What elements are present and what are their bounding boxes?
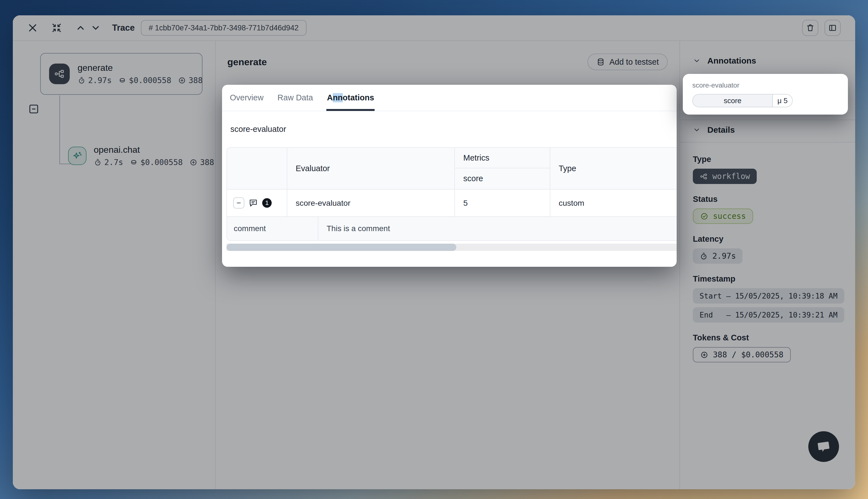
stopwatch-icon bbox=[77, 76, 86, 84]
comment-value: This is a comment bbox=[318, 217, 677, 240]
span-node-openai-chat[interactable]: openai.chat 2.7s $0.000558 388 bbox=[68, 145, 214, 167]
header-cell-evaluator: Evaluator bbox=[287, 148, 455, 189]
status-label: Status bbox=[693, 195, 842, 204]
metric-score-control[interactable]: score μ 5 bbox=[692, 94, 793, 107]
tokens-cost-label: Tokens & Cost bbox=[693, 333, 842, 342]
table-row: 1 score-evaluator 5 custom bbox=[227, 190, 677, 216]
end-timestamp-badge: End – 15/05/2025, 10:39:21 AM bbox=[693, 307, 844, 322]
span-title: generate bbox=[227, 57, 267, 68]
workflow-icon bbox=[700, 172, 708, 181]
database-icon bbox=[596, 58, 605, 66]
chat-support-button[interactable] bbox=[808, 431, 839, 462]
annotations-tab-content: score-evaluator Evaluator Metrics score … bbox=[222, 125, 677, 251]
span-name: generate bbox=[77, 63, 203, 73]
cell-type: custom bbox=[550, 190, 677, 216]
annotation-evaluator-label: score-evaluator bbox=[692, 82, 839, 89]
collapse-node-icon[interactable] bbox=[28, 103, 40, 115]
latency-stat: 2.7s bbox=[94, 158, 123, 167]
tokens-cost-badge: 388 / $0.000558 bbox=[693, 347, 791, 362]
comment-count-badge: 1 bbox=[262, 198, 272, 208]
span-tree-sidebar: generate 2.97s $0.000558 388 bbox=[13, 41, 216, 489]
header-cell-type: Type bbox=[550, 148, 677, 189]
plus-circle-icon bbox=[178, 76, 186, 84]
main-header: generate Add to testset bbox=[216, 41, 679, 83]
span-detail-card: Overview Raw Data Annotations score-eval… bbox=[222, 85, 677, 267]
delete-trace-button[interactable] bbox=[802, 20, 818, 36]
panel-layout-icon bbox=[828, 23, 837, 32]
evaluator-table: Evaluator Metrics score Type bbox=[227, 147, 677, 241]
annotation-card: score-evaluator score μ 5 bbox=[683, 74, 848, 114]
tab-raw-data[interactable]: Raw Data bbox=[277, 85, 314, 111]
nav-down-icon[interactable] bbox=[91, 23, 101, 33]
tokens-stat: 388 bbox=[178, 76, 203, 85]
add-to-testset-button[interactable]: Add to testset bbox=[587, 53, 668, 70]
header-cell-empty bbox=[227, 148, 287, 189]
tab-bar: Overview Raw Data Annotations bbox=[222, 85, 677, 111]
evaluator-section-title: score-evaluator bbox=[230, 125, 677, 134]
nav-up-icon[interactable] bbox=[75, 23, 86, 33]
tab-overview[interactable]: Overview bbox=[229, 85, 264, 111]
start-timestamp-badge: Start – 15/05/2025, 10:39:18 AM bbox=[693, 288, 844, 304]
chat-bubble-icon bbox=[815, 438, 833, 455]
cell-evaluator: score-evaluator bbox=[287, 190, 455, 216]
trace-id-badge[interactable]: # 1cbb70e7-34a1-7bb7-3498-771b7d46d942 bbox=[141, 20, 306, 36]
metric-name: score bbox=[693, 95, 773, 107]
comment-key: comment bbox=[227, 217, 318, 240]
sparkle-icon bbox=[68, 147, 86, 165]
cell-score: 5 bbox=[455, 190, 550, 216]
toolbar: Trace # 1cbb70e7-34a1-7bb7-3498-771b7d46… bbox=[13, 15, 855, 41]
cost-stat: $0.000558 bbox=[118, 76, 171, 85]
annotations-section-header: Annotations bbox=[680, 41, 855, 65]
plus-circle-icon bbox=[700, 351, 709, 359]
close-icon[interactable] bbox=[27, 23, 38, 33]
latency-badge: 2.97s bbox=[693, 248, 743, 264]
comment-row: comment This is a comment bbox=[227, 216, 677, 240]
stopwatch-icon bbox=[94, 158, 102, 167]
check-circle-icon bbox=[700, 212, 709, 220]
metric-mean-value: μ 5 bbox=[773, 95, 792, 107]
minus-icon bbox=[236, 199, 242, 206]
coins-icon bbox=[130, 158, 138, 167]
page-title: Trace bbox=[112, 23, 135, 33]
workflow-icon bbox=[49, 63, 70, 84]
span-node-generate[interactable]: generate 2.97s $0.000558 388 bbox=[40, 53, 203, 95]
chevron-down-icon[interactable] bbox=[693, 126, 701, 134]
trash-icon bbox=[806, 23, 815, 32]
tokens-stat: 388 bbox=[189, 158, 214, 167]
collapse-row-button[interactable] bbox=[233, 197, 244, 208]
collapse-icon[interactable] bbox=[51, 23, 62, 33]
details-sidebar: Annotations score-evaluator score μ 5 De… bbox=[679, 41, 855, 489]
chevron-down-icon[interactable] bbox=[693, 57, 701, 65]
comment-icon[interactable] bbox=[248, 198, 258, 208]
horizontal-scrollbar bbox=[227, 244, 677, 251]
details-section-header: Details bbox=[680, 120, 855, 135]
table-header: Evaluator Metrics score Type bbox=[227, 148, 677, 190]
status-badge: success bbox=[693, 208, 753, 224]
latency-stat: 2.97s bbox=[77, 76, 111, 85]
stopwatch-icon bbox=[700, 252, 708, 260]
plus-circle-icon bbox=[189, 158, 197, 167]
span-name: openai.chat bbox=[94, 145, 214, 155]
trace-window: Trace # 1cbb70e7-34a1-7bb7-3498-771b7d46… bbox=[13, 15, 855, 489]
header-cell-metrics: Metrics score bbox=[455, 148, 550, 189]
text-selection: nn bbox=[333, 93, 342, 102]
tab-annotations[interactable]: Annotations bbox=[326, 85, 375, 111]
timestamp-label: Timestamp bbox=[693, 274, 842, 283]
coins-icon bbox=[118, 76, 126, 84]
toggle-panel-button[interactable] bbox=[824, 20, 841, 36]
scrollbar-thumb[interactable] bbox=[227, 244, 456, 251]
type-badge: workflow bbox=[693, 169, 757, 184]
type-label: Type bbox=[693, 155, 842, 164]
main-panel: generate Add to testset Overview Raw Dat… bbox=[216, 41, 679, 489]
latency-label: Latency bbox=[693, 234, 842, 244]
tree-connector bbox=[59, 95, 60, 164]
cost-stat: $0.000558 bbox=[130, 158, 183, 167]
